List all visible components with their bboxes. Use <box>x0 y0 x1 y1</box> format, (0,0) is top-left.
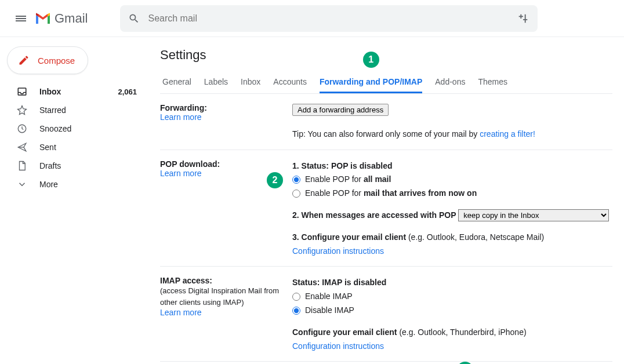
search-bar[interactable] <box>120 5 538 32</box>
annotation-badge-1: 1 <box>363 52 379 68</box>
imap-title: IMAP access: <box>160 276 285 285</box>
pop-enable-all[interactable]: Enable POP for all mail <box>292 173 612 187</box>
header: Gmail <box>0 0 624 37</box>
nav-label: Drafts <box>39 161 61 170</box>
imap-section: IMAP access: (access Digital Inspiration… <box>160 267 612 362</box>
sidebar: Compose Inbox 2,061 Starred Snoozed Sent… <box>0 37 148 364</box>
pop-when-row: 2. When messages are accessed with POP k… <box>292 209 612 223</box>
pop-radio-now[interactable] <box>292 190 300 198</box>
forwarding-title: Forwarding: <box>160 103 285 112</box>
gmail-logo[interactable]: Gmail <box>35 11 88 26</box>
nav-sent[interactable]: Sent <box>5 138 144 156</box>
main-menu-button[interactable] <box>9 7 32 30</box>
pop-enable-now[interactable]: Enable POP for mail that arrives from no… <box>292 187 612 201</box>
imap-configure: Configure your email client (e.g. Outloo… <box>292 326 612 340</box>
nav-label: Sent <box>39 143 56 152</box>
page-title: Settings <box>160 48 612 63</box>
file-icon <box>16 161 28 171</box>
forwarding-section: Forwarding: Learn more Add a forwarding … <box>160 94 612 150</box>
nav-starred[interactable]: Starred <box>5 101 144 119</box>
pop-section: POP download: Learn more 2 1. Status: PO… <box>160 150 612 267</box>
forwarding-learn-more[interactable]: Learn more <box>160 112 285 122</box>
nav-more[interactable]: More <box>5 175 144 194</box>
tab-forwarding[interactable]: Forwarding and POP/IMAP 1 <box>320 77 422 93</box>
star-icon <box>16 105 28 115</box>
compose-button[interactable]: Compose <box>7 46 88 74</box>
search-icon <box>128 13 140 24</box>
settings-main: Settings General Labels Inbox Accounts F… <box>148 37 624 364</box>
imap-enable[interactable]: Enable IMAP <box>292 290 612 304</box>
tab-inbox[interactable]: Inbox <box>241 77 260 93</box>
forwarding-tip: Tip: You can also forward only some of y… <box>292 128 612 141</box>
clock-icon <box>16 123 28 134</box>
imap-radio-enable[interactable] <box>292 293 300 301</box>
pencil-icon <box>18 54 30 66</box>
chevron-down-icon <box>16 179 28 190</box>
nav-label: More <box>39 180 58 189</box>
pop-action-select[interactable]: keep copy in the Inbox <box>458 209 609 221</box>
imap-disable[interactable]: Disable IMAP <box>292 304 612 318</box>
tab-themes[interactable]: Themes <box>478 77 507 93</box>
pop-configure: 3. Configure your email client (e.g. Out… <box>292 231 612 245</box>
nav-count: 2,061 <box>118 88 137 96</box>
tab-general[interactable]: General <box>162 77 191 93</box>
nav-snoozed[interactable]: Snoozed <box>5 119 144 138</box>
tab-addons[interactable]: Add-ons <box>435 77 465 93</box>
pop-title: POP download: <box>160 159 285 169</box>
annotation-badge-2: 2 <box>267 172 283 188</box>
creating-filter-link[interactable]: creating a filter! <box>480 129 535 139</box>
nav-label: Inbox <box>39 87 61 96</box>
tune-icon[interactable] <box>517 12 529 25</box>
pop-learn-more[interactable]: Learn more <box>160 169 285 178</box>
pop-radio-all[interactable] <box>292 176 300 184</box>
nav-label: Snoozed <box>39 124 71 133</box>
bottom-actions: 3 Save Changes Cancel <box>160 362 612 364</box>
annotation-badge-3: 3 <box>457 362 473 364</box>
gmail-icon <box>35 12 51 25</box>
search-input[interactable] <box>148 13 517 24</box>
imap-sub: (access Digital Inspiration Mail from ot… <box>160 285 285 308</box>
send-icon <box>16 142 28 152</box>
pop-status: 1. Status: POP is disabled <box>292 159 612 173</box>
hamburger-icon <box>16 14 26 23</box>
imap-radio-disable[interactable] <box>292 307 300 315</box>
gmail-text: Gmail <box>55 11 88 26</box>
nav-inbox[interactable]: Inbox 2,061 <box>5 82 144 101</box>
nav-label: Starred <box>39 105 66 115</box>
compose-label: Compose <box>38 56 75 65</box>
imap-config-link[interactable]: Configuration instructions <box>292 340 612 354</box>
settings-tabs: General Labels Inbox Accounts Forwarding… <box>160 71 612 94</box>
inbox-icon <box>16 86 28 97</box>
imap-status: Status: IMAP is disabled <box>292 276 612 290</box>
tab-accounts[interactable]: Accounts <box>273 77 307 93</box>
nav-drafts[interactable]: Drafts <box>5 156 144 175</box>
pop-config-link[interactable]: Configuration instructions <box>292 245 612 259</box>
tab-labels[interactable]: Labels <box>204 77 228 93</box>
add-forwarding-button[interactable]: Add a forwarding address <box>292 104 389 116</box>
imap-learn-more[interactable]: Learn more <box>160 308 285 317</box>
